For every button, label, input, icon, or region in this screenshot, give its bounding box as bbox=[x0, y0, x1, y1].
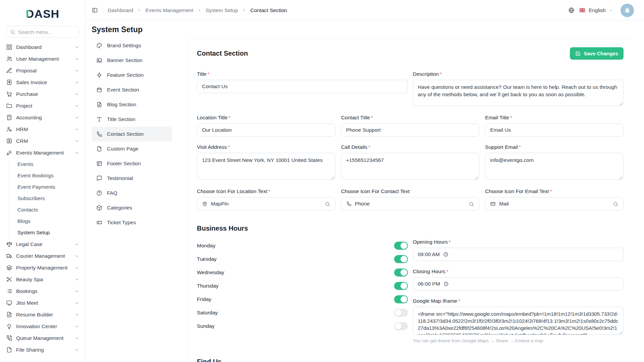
toggle-saturday[interactable] bbox=[394, 309, 408, 317]
proposal-icon bbox=[6, 67, 12, 74]
section-item-faq[interactable]: FAQ bbox=[92, 186, 172, 200]
section-item-custom-page[interactable]: Custom Page bbox=[92, 141, 172, 156]
description-textarea[interactable]: Have questions or need assistance? Our t… bbox=[413, 80, 624, 106]
chevron-down-icon bbox=[74, 68, 79, 73]
location-title-input[interactable] bbox=[197, 123, 335, 137]
search-input[interactable] bbox=[18, 29, 75, 35]
visit-address-textarea[interactable]: 123 Event Street New York, NY 10001 Unit… bbox=[197, 153, 335, 180]
save-changes-button[interactable]: Save Changes bbox=[570, 47, 624, 60]
section-item-title-section[interactable]: Title Section bbox=[92, 112, 172, 127]
help-icon bbox=[96, 190, 102, 196]
location-icon-picker[interactable]: MapPin bbox=[197, 197, 335, 210]
sidebar-subitem-event-payments[interactable]: Event Payments bbox=[17, 181, 79, 193]
breadcrumb-events-management[interactable]: Events Management bbox=[146, 7, 193, 13]
day-row-tuesday: Tuesday bbox=[197, 252, 408, 266]
avatar[interactable] bbox=[621, 4, 634, 17]
language-selector[interactable]: English bbox=[579, 7, 613, 13]
chevron-down-icon bbox=[74, 324, 79, 329]
sidebar-subitem-blogs[interactable]: Blogs bbox=[17, 216, 79, 227]
sales-invoice-icon bbox=[6, 79, 12, 85]
innovation-center-icon bbox=[6, 323, 12, 329]
business-days: MondayTuesdayWednesdayThursdayFridaySatu… bbox=[197, 239, 408, 343]
globe-icon[interactable] bbox=[568, 7, 575, 13]
search-icon[interactable] bbox=[325, 201, 330, 207]
sidebar-item-dashboard[interactable]: Dashboard bbox=[6, 41, 79, 53]
field-icon-contact: Choose Icon For Contact Text Phone bbox=[341, 188, 480, 210]
toggle-friday[interactable] bbox=[394, 295, 408, 303]
sidebar-item-user-management[interactable]: User Management bbox=[6, 53, 79, 65]
section-item-categories[interactable]: Categories bbox=[92, 200, 172, 215]
sidebar-item-crm[interactable]: CRM bbox=[6, 135, 79, 147]
breadcrumb-dashboard[interactable]: Dashboard bbox=[108, 7, 133, 13]
section-item-ticket-types[interactable]: Ticket Types bbox=[92, 215, 172, 230]
chevron-down-icon bbox=[74, 254, 79, 258]
section-item-contact-section[interactable]: Contact Section bbox=[92, 127, 172, 141]
sidebar-item-courier-management[interactable]: Courier Management bbox=[6, 250, 79, 262]
sidebar-item-hrm[interactable]: HRM bbox=[6, 123, 79, 135]
email-title-input[interactable] bbox=[485, 123, 624, 137]
sidebar-search[interactable] bbox=[6, 26, 79, 38]
sidebar-item-project[interactable]: Project bbox=[6, 100, 79, 112]
email-icon-picker[interactable]: Mail bbox=[485, 197, 624, 210]
sidebar-item-purchase[interactable]: Purchase bbox=[6, 88, 79, 100]
sidebar-subitem-system-setup[interactable]: System Setup bbox=[17, 227, 79, 238]
panel-toggle-icon[interactable] bbox=[92, 7, 98, 13]
sidebar-subitem-subscribers[interactable]: Subscribers bbox=[17, 193, 79, 204]
dashboard-icon bbox=[6, 44, 12, 50]
type-icon bbox=[96, 116, 102, 122]
sidebar-item-property-management[interactable]: Property Management bbox=[6, 262, 79, 274]
section-item-footer-section[interactable]: Footer Section bbox=[92, 156, 172, 171]
file-sharing-icon bbox=[6, 347, 12, 353]
sidebar-item-beauty-spa[interactable]: Beauty Spa bbox=[6, 274, 79, 285]
sidebar-item-queue-management[interactable]: Queue Management bbox=[6, 332, 79, 344]
section-item-event-section[interactable]: Event Section bbox=[92, 82, 172, 97]
field-description: Description* Have questions or need assi… bbox=[413, 71, 624, 107]
sidebar-item-proposal[interactable]: Proposal bbox=[6, 65, 79, 76]
day-row-sunday: Sunday bbox=[197, 319, 408, 333]
sidebar-item-resume-builder[interactable]: Resume Builder bbox=[6, 309, 79, 320]
sidebar-item-innovation-center[interactable]: Innovation Center bbox=[6, 320, 79, 332]
contact-icon-picker[interactable]: Phone bbox=[341, 197, 480, 210]
sidebar-subitem-event-bookings[interactable]: Event Bookings bbox=[17, 170, 79, 181]
breadcrumb-system-setup[interactable]: System Setup bbox=[206, 7, 238, 13]
closing-hours-input[interactable]: 06:00 PM bbox=[413, 277, 624, 291]
sidebar-item-events-management[interactable]: Events Management bbox=[6, 147, 79, 159]
map-iframe-textarea[interactable]: <iframe src="https://www.google.com/maps… bbox=[413, 307, 624, 335]
accounting-icon bbox=[6, 114, 12, 121]
section-item-blog-section[interactable]: Blog Section bbox=[92, 97, 172, 112]
section-item-testimonial[interactable]: Testimonial bbox=[92, 171, 172, 186]
sidebar-item-bookings[interactable]: Bookings bbox=[6, 285, 79, 297]
field-support-email: Support Email* info@eventgo.com bbox=[485, 144, 624, 181]
sidebar-subitem-contacts[interactable]: Contacts bbox=[17, 204, 79, 216]
toggle-thursday[interactable] bbox=[394, 282, 408, 290]
sidebar-subitem-events[interactable]: Events bbox=[17, 159, 79, 170]
field-opening-hours: Opening Hours* 09:00 AM bbox=[413, 239, 624, 261]
search-icon[interactable] bbox=[469, 201, 474, 207]
clock-icon[interactable] bbox=[443, 252, 448, 257]
search-icon[interactable] bbox=[613, 201, 619, 207]
toggle-tuesday[interactable] bbox=[394, 255, 408, 263]
day-row-wednesday: Wednesday bbox=[197, 266, 408, 279]
toggle-wednesday[interactable] bbox=[394, 268, 408, 277]
ticket-icon bbox=[96, 220, 102, 226]
opening-hours-input[interactable]: 09:00 AM bbox=[413, 248, 624, 261]
sidebar-item-legal-case[interactable]: Legal Case bbox=[6, 238, 79, 250]
day-row-thursday: Thursday bbox=[197, 279, 408, 293]
section-item-banner-section[interactable]: Banner Section bbox=[92, 53, 172, 68]
support-email-textarea[interactable]: info@eventgo.com bbox=[485, 153, 624, 180]
palette-icon bbox=[96, 43, 102, 49]
contact-title-input[interactable] bbox=[341, 123, 480, 137]
sidebar-item-file-sharing[interactable]: File Sharing bbox=[6, 344, 79, 356]
call-details-textarea[interactable]: +155651234567 bbox=[341, 153, 480, 180]
toggle-sunday[interactable] bbox=[394, 322, 408, 330]
clock-icon[interactable] bbox=[443, 281, 449, 287]
sidebar-item-sales-invoice[interactable]: Sales Invoice bbox=[6, 76, 79, 88]
sidebar-item-accounting[interactable]: Accounting bbox=[6, 112, 79, 123]
title-input[interactable] bbox=[197, 80, 408, 93]
chevron-down-icon bbox=[74, 312, 79, 317]
sidebar-item-jitsi-meet[interactable]: Jitsi Meet bbox=[6, 297, 79, 309]
section-item-brand-settings[interactable]: Brand Settings bbox=[92, 38, 172, 53]
toggle-monday[interactable] bbox=[394, 242, 408, 250]
legal-case-icon bbox=[6, 241, 12, 247]
section-item-feature-section[interactable]: Feature Section bbox=[92, 68, 172, 82]
